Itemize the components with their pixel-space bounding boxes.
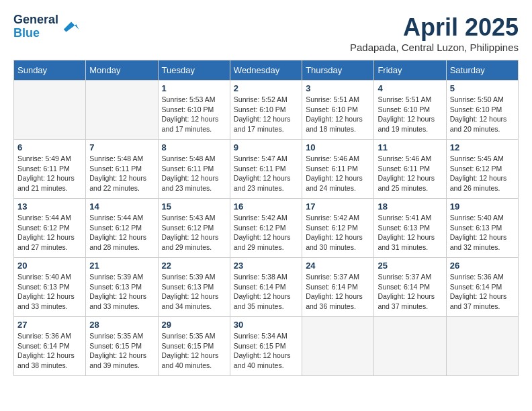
day-detail: Sunrise: 5:42 AM Sunset: 6:12 PM Dayligh… (234, 213, 298, 253)
calendar-cell: 25 Sunrise: 5:37 AM Sunset: 6:14 PM Dayl… (374, 258, 446, 317)
day-number: 22 (162, 261, 226, 271)
title-area: April 2025 Padapada, Central Luzon, Phil… (350, 13, 519, 53)
calendar-week-4: 20 Sunrise: 5:40 AM Sunset: 6:13 PM Dayl… (14, 258, 519, 317)
day-detail: Sunrise: 5:40 AM Sunset: 6:13 PM Dayligh… (450, 213, 515, 253)
day-detail: Sunrise: 5:51 AM Sunset: 6:10 PM Dayligh… (378, 95, 442, 134)
calendar-cell: 13 Sunrise: 5:44 AM Sunset: 6:12 PM Dayl… (14, 199, 86, 258)
day-detail: Sunrise: 5:35 AM Sunset: 6:15 PM Dayligh… (89, 331, 154, 371)
day-number: 8 (162, 142, 226, 152)
logo: GeneralBlue (13, 13, 81, 40)
day-detail: Sunrise: 5:36 AM Sunset: 6:14 PM Dayligh… (17, 331, 82, 371)
day-detail: Sunrise: 5:46 AM Sunset: 6:11 PM Dayligh… (306, 154, 370, 193)
calendar-cell: 21 Sunrise: 5:39 AM Sunset: 6:13 PM Dayl… (86, 258, 158, 317)
day-number: 6 (17, 142, 82, 152)
calendar-cell: 3 Sunrise: 5:51 AM Sunset: 6:10 PM Dayli… (302, 81, 374, 140)
day-detail: Sunrise: 5:36 AM Sunset: 6:14 PM Dayligh… (450, 272, 515, 312)
day-number: 18 (378, 201, 442, 212)
calendar-cell: 7 Sunrise: 5:48 AM Sunset: 6:11 PM Dayli… (86, 140, 158, 199)
day-detail: Sunrise: 5:52 AM Sunset: 6:10 PM Dayligh… (234, 95, 298, 134)
calendar-cell: 9 Sunrise: 5:47 AM Sunset: 6:11 PM Dayli… (230, 140, 302, 199)
day-number: 11 (378, 142, 442, 152)
day-number: 9 (234, 142, 298, 152)
col-header-thursday: Thursday (302, 60, 374, 81)
calendar-cell: 17 Sunrise: 5:42 AM Sunset: 6:12 PM Dayl… (302, 199, 374, 258)
calendar-cell (446, 317, 518, 376)
calendar-cell: 27 Sunrise: 5:36 AM Sunset: 6:14 PM Dayl… (14, 317, 86, 376)
calendar-cell: 12 Sunrise: 5:45 AM Sunset: 6:12 PM Dayl… (446, 140, 518, 199)
col-header-friday: Friday (374, 60, 446, 81)
col-header-monday: Monday (86, 60, 158, 81)
day-number: 23 (234, 261, 298, 271)
calendar-cell: 2 Sunrise: 5:52 AM Sunset: 6:10 PM Dayli… (230, 81, 302, 140)
calendar-cell: 4 Sunrise: 5:51 AM Sunset: 6:10 PM Dayli… (374, 81, 446, 140)
month-title: April 2025 (350, 13, 519, 42)
calendar-cell: 14 Sunrise: 5:44 AM Sunset: 6:12 PM Dayl… (86, 199, 158, 258)
calendar-table: SundayMondayTuesdayWednesdayThursdayFrid… (13, 60, 519, 376)
col-header-tuesday: Tuesday (158, 60, 230, 81)
calendar-cell: 23 Sunrise: 5:38 AM Sunset: 6:14 PM Dayl… (230, 258, 302, 317)
calendar-cell: 5 Sunrise: 5:50 AM Sunset: 6:10 PM Dayli… (446, 81, 518, 140)
page-header: GeneralBlue April 2025 Padapada, Central… (13, 13, 519, 53)
logo-icon (61, 17, 81, 37)
day-number: 28 (89, 320, 154, 330)
day-number: 25 (378, 261, 442, 271)
calendar-week-2: 6 Sunrise: 5:49 AM Sunset: 6:11 PM Dayli… (14, 140, 519, 199)
day-detail: Sunrise: 5:35 AM Sunset: 6:15 PM Dayligh… (162, 331, 226, 371)
day-detail: Sunrise: 5:49 AM Sunset: 6:11 PM Dayligh… (17, 154, 82, 193)
day-detail: Sunrise: 5:34 AM Sunset: 6:15 PM Dayligh… (234, 331, 298, 371)
day-detail: Sunrise: 5:39 AM Sunset: 6:13 PM Dayligh… (162, 272, 226, 312)
calendar-cell: 24 Sunrise: 5:37 AM Sunset: 6:14 PM Dayl… (302, 258, 374, 317)
calendar-cell: 11 Sunrise: 5:46 AM Sunset: 6:11 PM Dayl… (374, 140, 446, 199)
calendar-cell: 8 Sunrise: 5:48 AM Sunset: 6:11 PM Dayli… (158, 140, 230, 199)
day-number: 16 (234, 201, 298, 212)
day-detail: Sunrise: 5:44 AM Sunset: 6:12 PM Dayligh… (17, 213, 82, 253)
day-number: 24 (306, 261, 370, 271)
day-detail: Sunrise: 5:47 AM Sunset: 6:11 PM Dayligh… (234, 154, 298, 193)
calendar-header-row: SundayMondayTuesdayWednesdayThursdayFrid… (14, 60, 519, 81)
day-number: 10 (306, 142, 370, 152)
calendar-cell: 30 Sunrise: 5:34 AM Sunset: 6:15 PM Dayl… (230, 317, 302, 376)
col-header-wednesday: Wednesday (230, 60, 302, 81)
calendar-cell: 18 Sunrise: 5:41 AM Sunset: 6:13 PM Dayl… (374, 199, 446, 258)
calendar-cell: 20 Sunrise: 5:40 AM Sunset: 6:13 PM Dayl… (14, 258, 86, 317)
day-number: 7 (89, 142, 154, 152)
day-detail: Sunrise: 5:44 AM Sunset: 6:12 PM Dayligh… (89, 213, 154, 253)
calendar-week-3: 13 Sunrise: 5:44 AM Sunset: 6:12 PM Dayl… (14, 199, 519, 258)
day-detail: Sunrise: 5:39 AM Sunset: 6:13 PM Dayligh… (89, 272, 154, 312)
col-header-saturday: Saturday (446, 60, 518, 81)
day-number: 15 (162, 201, 226, 212)
day-detail: Sunrise: 5:37 AM Sunset: 6:14 PM Dayligh… (378, 272, 442, 312)
col-header-sunday: Sunday (14, 60, 86, 81)
svg-marker-0 (64, 21, 79, 32)
calendar-cell (14, 81, 86, 140)
day-number: 5 (450, 83, 515, 93)
day-number: 17 (306, 201, 370, 212)
day-detail: Sunrise: 5:40 AM Sunset: 6:13 PM Dayligh… (17, 272, 82, 312)
calendar-cell: 19 Sunrise: 5:40 AM Sunset: 6:13 PM Dayl… (446, 199, 518, 258)
day-detail: Sunrise: 5:48 AM Sunset: 6:11 PM Dayligh… (89, 154, 154, 193)
day-number: 29 (162, 320, 226, 330)
calendar-cell (302, 317, 374, 376)
day-number: 19 (450, 201, 515, 212)
calendar-cell: 26 Sunrise: 5:36 AM Sunset: 6:14 PM Dayl… (446, 258, 518, 317)
calendar-cell: 1 Sunrise: 5:53 AM Sunset: 6:10 PM Dayli… (158, 81, 230, 140)
day-number: 1 (162, 83, 226, 93)
calendar-cell: 6 Sunrise: 5:49 AM Sunset: 6:11 PM Dayli… (14, 140, 86, 199)
day-number: 12 (450, 142, 515, 152)
day-number: 27 (17, 320, 82, 330)
calendar-cell: 15 Sunrise: 5:43 AM Sunset: 6:12 PM Dayl… (158, 199, 230, 258)
day-number: 13 (17, 201, 82, 212)
calendar-cell (86, 81, 158, 140)
day-number: 21 (89, 261, 154, 271)
day-detail: Sunrise: 5:41 AM Sunset: 6:13 PM Dayligh… (378, 213, 442, 253)
day-detail: Sunrise: 5:42 AM Sunset: 6:12 PM Dayligh… (306, 213, 370, 253)
day-number: 4 (378, 83, 442, 93)
calendar-cell: 16 Sunrise: 5:42 AM Sunset: 6:12 PM Dayl… (230, 199, 302, 258)
day-number: 20 (17, 261, 82, 271)
logo-text: GeneralBlue (13, 13, 58, 40)
day-number: 2 (234, 83, 298, 93)
day-detail: Sunrise: 5:48 AM Sunset: 6:11 PM Dayligh… (162, 154, 226, 193)
calendar-cell: 28 Sunrise: 5:35 AM Sunset: 6:15 PM Dayl… (86, 317, 158, 376)
location: Padapada, Central Luzon, Philippines (350, 42, 519, 53)
calendar-cell: 10 Sunrise: 5:46 AM Sunset: 6:11 PM Dayl… (302, 140, 374, 199)
